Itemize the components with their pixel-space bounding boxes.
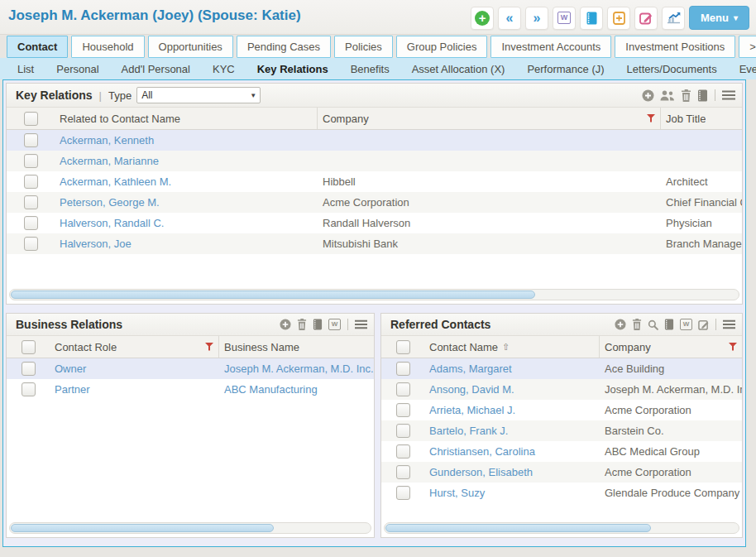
- contact-name-link[interactable]: Arrieta, Michael J.: [424, 404, 600, 416]
- layout-menu-button[interactable]: [723, 319, 735, 329]
- contact-name-link[interactable]: Ackerman, Kathleen M.: [55, 175, 318, 188]
- tab-investment-positions[interactable]: Investment Positions: [615, 36, 735, 58]
- delete-button[interactable]: [681, 89, 691, 102]
- tab-policies[interactable]: Policies: [334, 36, 393, 58]
- table-row[interactable]: Gunderson, Elisabeth Acme Corporation: [381, 462, 742, 483]
- search-button[interactable]: [648, 319, 658, 330]
- add-people-button[interactable]: [660, 90, 675, 101]
- business-name-link[interactable]: Joseph M. Ackerman, M.D. Inc.: [219, 363, 374, 375]
- table-row[interactable]: Ackerman, Marianne: [7, 151, 742, 171]
- select-all-checkbox[interactable]: [24, 112, 38, 126]
- contact-name-link[interactable]: Ansong, David M.: [424, 383, 600, 396]
- contact-name-link[interactable]: Christiansen, Carolina: [424, 445, 600, 458]
- subtab-performance[interactable]: Performance (J): [527, 63, 604, 75]
- table-row[interactable]: Bartelo, Frank J. Barstein Co.: [381, 420, 742, 441]
- add-record-button[interactable]: [280, 319, 291, 330]
- word-button[interactable]: W: [553, 7, 576, 30]
- horizontal-scrollbar[interactable]: [384, 522, 739, 534]
- type-select[interactable]: All: [136, 87, 261, 103]
- contact-name-link[interactable]: Bartelo, Frank J.: [424, 425, 600, 437]
- subtab-personal[interactable]: Personal: [56, 63, 98, 75]
- row-checkbox[interactable]: [24, 216, 38, 230]
- delete-button[interactable]: [632, 319, 642, 330]
- column-related-contact-name[interactable]: Related to Contact Name: [55, 108, 318, 129]
- select-all-checkbox[interactable]: [396, 340, 410, 354]
- table-row[interactable]: Adams, Margaret Ace Building: [381, 358, 742, 379]
- row-checkbox[interactable]: [396, 362, 410, 376]
- contact-name-link[interactable]: Ackerman, Kenneth: [55, 134, 318, 146]
- column-job-title[interactable]: Job Title: [661, 108, 742, 129]
- subtab-list[interactable]: List: [17, 63, 34, 75]
- select-all-checkbox[interactable]: [22, 340, 36, 354]
- layout-menu-button[interactable]: [722, 90, 735, 100]
- column-company[interactable]: Company: [600, 336, 742, 358]
- subtab-event-invitations[interactable]: Event Invitations: [739, 63, 756, 75]
- layout-menu-button[interactable]: [355, 319, 367, 329]
- contact-role-link[interactable]: Owner: [50, 363, 219, 375]
- table-row[interactable]: Ackerman, Kenneth: [7, 130, 742, 151]
- add-button[interactable]: +: [471, 7, 494, 30]
- tab-pending-cases[interactable]: Pending Cases: [237, 36, 331, 58]
- table-row[interactable]: Halverson, Joe Mitsubishi Bank Branch Ma…: [7, 233, 742, 254]
- contact-name-link[interactable]: Gunderson, Elisabeth: [424, 466, 600, 478]
- contact-name-link[interactable]: Halverson, Joe: [55, 238, 318, 250]
- contact-name-link[interactable]: Peterson, George M.: [55, 196, 318, 209]
- row-checkbox[interactable]: [24, 133, 38, 147]
- scrollbar-thumb[interactable]: [11, 291, 535, 299]
- word-export-button[interactable]: W: [680, 319, 692, 330]
- contact-name-link[interactable]: Adams, Margaret: [424, 363, 600, 375]
- row-checkbox[interactable]: [396, 486, 410, 500]
- table-row[interactable]: Ansong, David M. Joseph M. Ackerman, M.D…: [381, 379, 742, 400]
- contact-name-link[interactable]: Ackerman, Marianne: [55, 155, 318, 167]
- column-business-name[interactable]: Business Name: [219, 336, 374, 358]
- notebook-button[interactable]: [580, 7, 603, 30]
- table-row[interactable]: Peterson, George M. Acme Corporation Chi…: [7, 192, 742, 213]
- row-checkbox[interactable]: [396, 465, 410, 479]
- delete-button[interactable]: [297, 319, 307, 330]
- row-checkbox[interactable]: [24, 154, 38, 168]
- row-checkbox[interactable]: [396, 403, 410, 417]
- subtab-key-relations[interactable]: Key Relations: [257, 63, 328, 75]
- column-company[interactable]: Company: [318, 108, 661, 129]
- tab-group-policies[interactable]: Group Policies: [396, 36, 488, 58]
- subtab-addl-personal[interactable]: Add'l Personal: [122, 63, 190, 75]
- row-checkbox[interactable]: [24, 195, 38, 209]
- row-checkbox[interactable]: [396, 444, 410, 459]
- table-row[interactable]: Partner ABC Manufacturing: [7, 379, 374, 400]
- word-export-button[interactable]: W: [328, 319, 341, 330]
- table-row[interactable]: Arrieta, Michael J. Acme Corporation: [381, 400, 742, 420]
- edit-button[interactable]: [698, 319, 709, 330]
- next-button[interactable]: »: [525, 7, 548, 30]
- report-book-button[interactable]: [697, 89, 708, 102]
- row-checkbox[interactable]: [396, 382, 410, 396]
- row-checkbox[interactable]: [24, 175, 38, 189]
- add-record-button[interactable]: [615, 319, 626, 330]
- row-checkbox[interactable]: [22, 382, 36, 396]
- table-row[interactable]: Halverson, Randall C. Randall Halverson …: [7, 213, 742, 233]
- report-book-button[interactable]: [664, 319, 674, 330]
- column-contact-role[interactable]: Contact Role: [50, 336, 219, 358]
- column-contact-name[interactable]: Contact Name⇧: [424, 336, 600, 358]
- business-name-link[interactable]: ABC Manufacturing: [219, 383, 374, 396]
- subtab-kyc[interactable]: KYC: [213, 63, 235, 75]
- subtab-asset-allocation[interactable]: Asset Allocation (X): [412, 63, 505, 75]
- subtab-benefits[interactable]: Benefits: [351, 63, 390, 75]
- menu-button[interactable]: Menu ▾: [689, 6, 749, 30]
- scrollbar-thumb[interactable]: [11, 524, 274, 532]
- row-checkbox[interactable]: [22, 362, 36, 376]
- tab-overflow[interactable]: >>: [739, 36, 756, 58]
- table-row[interactable]: Christiansen, Carolina ABC Medical Group: [381, 441, 742, 462]
- new-document-button[interactable]: [607, 7, 630, 30]
- filter-funnel-icon[interactable]: [205, 343, 213, 351]
- edit-document-button[interactable]: [634, 7, 658, 30]
- chart-button[interactable]: [662, 7, 685, 30]
- row-checkbox[interactable]: [24, 237, 38, 251]
- tab-household[interactable]: Household: [71, 36, 144, 58]
- horizontal-scrollbar[interactable]: [9, 289, 739, 300]
- subtab-letters-documents[interactable]: Letters/Documents: [627, 63, 717, 75]
- horizontal-scrollbar[interactable]: [9, 522, 371, 534]
- row-checkbox[interactable]: [396, 424, 410, 438]
- add-record-button[interactable]: [642, 89, 654, 102]
- scrollbar-thumb[interactable]: [385, 524, 651, 532]
- tab-opportunities[interactable]: Opportunities: [148, 36, 233, 58]
